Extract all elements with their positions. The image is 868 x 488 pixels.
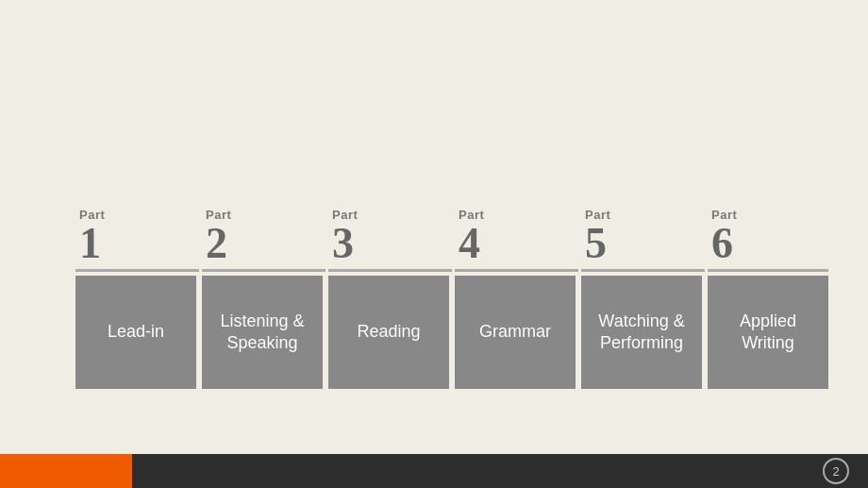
part-column-2: Part 2 Listening & Speaking [202,208,326,389]
part-box-text-3: Reading [357,321,420,343]
part-box-text-5: Watching & Performing [591,311,693,355]
part-header-1: Part 1 [75,208,105,265]
part-box-text-2: Listening & Speaking [211,311,313,355]
part-number-2: 2 [206,222,227,265]
part-divider-5 [581,269,705,272]
footer-orange-bar [0,454,132,488]
part-number-6: 6 [711,222,733,265]
part-column-5: Part 5 Watching & Performing [581,208,705,389]
part-number-5: 5 [585,222,607,265]
part-divider-3 [328,269,452,272]
part-divider-1 [75,269,199,272]
page-number: 2 [823,458,849,484]
part-column-4: Part 4 Grammar [455,208,578,389]
part-box-2: Listening & Speaking [202,276,323,389]
part-number-3: 3 [332,222,354,265]
part-divider-4 [455,269,578,272]
part-header-3: Part 3 [328,208,358,265]
part-column-6: Part 6 Applied Writing [708,208,828,389]
part-number-1: 1 [79,222,101,265]
part-number-4: 4 [459,222,480,265]
part-column-1: Part 1 Lead-in [75,208,199,389]
part-header-5: Part 5 [581,208,610,265]
part-header-6: Part 6 [708,208,737,265]
part-box-text-4: Grammar [479,321,551,343]
part-box-5: Watching & Performing [581,276,702,389]
part-header-2: Part 2 [202,208,231,265]
footer-dark-bar: 2 [132,454,868,488]
part-box-4: Grammar [455,276,576,389]
parts-wrapper: Part 1 Lead-in Part 2 Listening & Speaki… [75,208,828,389]
part-box-3: Reading [328,276,449,389]
main-content: Part 1 Lead-in Part 2 Listening & Speaki… [0,0,868,389]
part-box-text-1: Lead-in [108,321,164,343]
part-header-4: Part 4 [455,208,484,265]
part-box-1: Lead-in [75,276,196,389]
footer: 2 [0,454,868,488]
part-box-text-6: Applied Writing [717,311,819,355]
part-box-6: Applied Writing [708,276,828,389]
part-divider-6 [708,269,828,272]
part-divider-2 [202,269,326,272]
part-column-3: Part 3 Reading [328,208,452,389]
